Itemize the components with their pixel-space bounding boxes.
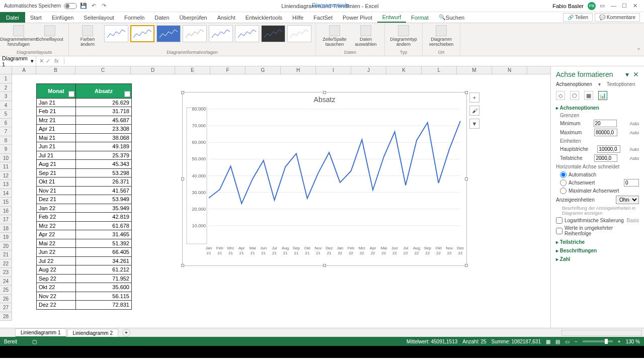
row-header[interactable]: 7 (0, 127, 12, 136)
table-row[interactable]: Jan 2235.949 (37, 204, 131, 213)
pane-close-icon[interactable]: ✕ (633, 70, 639, 78)
table-row[interactable]: Jun 2266.405 (37, 247, 131, 256)
row-header[interactable]: 25 (0, 286, 12, 295)
collapse-ribbon-icon[interactable]: ⌃ (636, 47, 641, 54)
tab-design[interactable]: Entwurf (377, 12, 406, 23)
table-row[interactable]: Sep 2271.952 (37, 274, 131, 283)
row-header[interactable]: 8 (0, 136, 12, 145)
column-header[interactable]: H (281, 66, 316, 74)
tab-axis-options[interactable]: Achsenoptionen (556, 81, 592, 87)
chart-style-4[interactable] (183, 25, 207, 42)
cell-value[interactable]: 35.949 (76, 204, 131, 213)
worksheet[interactable]: ABCDEFGHIJKLMN 1234567891011121314151617… (0, 66, 550, 328)
cell-value[interactable]: 45.343 (76, 159, 131, 168)
resize-handle[interactable] (465, 91, 468, 94)
row-header[interactable]: 4 (0, 101, 12, 110)
chart-style-1[interactable] (104, 25, 128, 42)
table-row[interactable]: Nov 2141.567 (37, 186, 131, 195)
move-chart-button[interactable]: Diagramm verschieben (427, 25, 456, 47)
cell-month[interactable]: Jul 22 (37, 256, 76, 265)
table-row[interactable]: Mai 2251.392 (37, 239, 131, 248)
tab-formulas[interactable]: Formeln (119, 12, 149, 23)
tab-factset[interactable]: FactSet (308, 12, 338, 23)
name-box[interactable]: Diagramm 1▾ (0, 55, 36, 67)
resize-handle[interactable] (323, 264, 326, 267)
cell-value[interactable]: 53.949 (76, 195, 131, 204)
tab-text-options[interactable]: Textoptionen (607, 81, 635, 87)
effects-icon[interactable]: ⬠ (570, 91, 579, 100)
cell-month[interactable]: Jun 22 (37, 247, 76, 256)
zoom-out-icon[interactable]: − (575, 339, 578, 344)
minimize-icon[interactable]: — (611, 3, 618, 10)
log-scale-check[interactable]: Logarithmische Skalierung Basis (556, 217, 639, 224)
select-all-corner[interactable] (0, 66, 12, 74)
cell-month[interactable]: Mrz 22 (37, 221, 76, 230)
cancel-formula-icon[interactable]: ✕ (39, 58, 44, 64)
cell-value[interactable]: 66.405 (76, 247, 131, 256)
column-header[interactable]: I (316, 66, 351, 74)
resize-handle[interactable] (181, 177, 184, 180)
tab-pagelayout[interactable]: Seitenlayout (78, 12, 119, 23)
zoom-slider[interactable] (583, 340, 613, 342)
select-data-button[interactable]: Daten auswählen (351, 25, 380, 47)
column-header[interactable]: K (386, 66, 422, 74)
table-row[interactable]: Apr 2231.465 (37, 230, 131, 239)
tab-powerpivot[interactable]: Power Pivot (338, 12, 377, 23)
row-header[interactable]: 22 (0, 259, 12, 268)
cell-value[interactable]: 53.298 (76, 168, 131, 177)
fx-icon[interactable]: fx (52, 58, 61, 64)
row-header[interactable]: 18 (0, 224, 12, 233)
user-avatar[interactable]: FB (588, 2, 596, 10)
table-row[interactable]: Jul 2125.379 (37, 151, 131, 160)
filter-icon[interactable]: ▼ (124, 91, 130, 97)
tab-developer[interactable]: Entwicklertools (240, 12, 287, 23)
tab-file[interactable]: Datei (0, 12, 25, 23)
cell-value[interactable]: 49.189 (76, 142, 131, 151)
column-header[interactable]: F (210, 66, 246, 74)
zoom-level[interactable]: 130 % (626, 339, 640, 344)
min-input[interactable] (594, 120, 617, 127)
tab-view[interactable]: Ansicht (212, 12, 240, 23)
column-header[interactable]: M (457, 66, 492, 74)
add-sheet-button[interactable]: + (122, 329, 130, 337)
row-header[interactable]: 10 (0, 154, 12, 163)
tab-start[interactable]: Start (25, 12, 47, 23)
maximize-icon[interactable]: ☐ (622, 3, 629, 10)
cell-value[interactable]: 23.308 (76, 124, 131, 133)
table-row[interactable]: Mrz 2145.687 (37, 116, 131, 125)
cell-month[interactable]: Dez 21 (37, 195, 76, 204)
row-header[interactable]: 20 (0, 242, 12, 251)
autosave-toggle[interactable] (64, 3, 77, 9)
row-header[interactable]: 13 (0, 180, 12, 189)
row-header[interactable]: 24 (0, 277, 12, 286)
row-header[interactable]: 2 (0, 83, 12, 93)
add-chart-element-button[interactable]: Diagrammelement hinzufügen (4, 25, 33, 47)
cell-value[interactable]: 35.600 (76, 283, 131, 292)
chart-styles-button[interactable]: 🖌 (469, 106, 479, 116)
resize-handle[interactable] (465, 177, 468, 180)
column-header[interactable]: J (351, 66, 386, 74)
row-header[interactable]: 28 (0, 312, 12, 321)
row-header[interactable]: 23 (0, 268, 12, 277)
row-header[interactable]: 9 (0, 145, 12, 154)
cell-month[interactable]: Nov 22 (37, 292, 76, 301)
cell-value[interactable]: 56.115 (76, 292, 131, 301)
row-header[interactable]: 6 (0, 119, 12, 128)
cell-month[interactable]: Nov 21 (37, 186, 76, 195)
cell-month[interactable]: Jun 21 (37, 142, 76, 151)
chart-style-7[interactable] (261, 25, 285, 42)
tab-data[interactable]: Daten (149, 12, 174, 23)
table-row[interactable]: Jan 2126.629 (37, 98, 131, 107)
resize-handle[interactable] (181, 264, 184, 267)
row-header[interactable]: 17 (0, 215, 12, 224)
row-header[interactable]: 1 (0, 74, 12, 83)
chart-object[interactable]: Absatz 80.00070.00060.00050.00040.00030.… (182, 92, 467, 266)
tab-review[interactable]: Überprüfen (175, 12, 212, 23)
cell-value[interactable]: 51.392 (76, 239, 131, 248)
cell-value[interactable]: 61.212 (76, 265, 131, 274)
display-units-select[interactable]: Ohne (616, 196, 639, 204)
table-row[interactable]: Feb 2131.718 (37, 107, 131, 116)
cell-value[interactable]: 31.718 (76, 107, 131, 116)
redo-icon[interactable]: ↷ (100, 3, 107, 10)
major-input[interactable] (597, 145, 620, 153)
